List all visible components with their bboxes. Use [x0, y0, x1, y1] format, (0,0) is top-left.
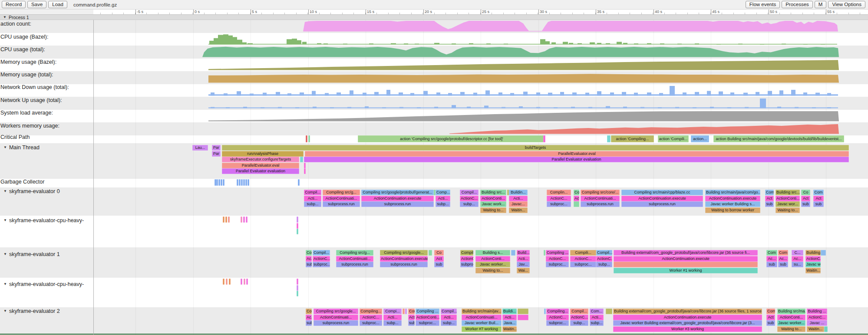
- skyframe-evaluator-2-bar[interactable]: Javac worker Buil...: [462, 320, 502, 326]
- skyframe-cpu-heavy-2-bar[interactable]: [229, 279, 231, 285]
- skyframe-evaluator-2-bar[interactable]: Compi...: [383, 309, 402, 314]
- collapse-arrow-icon[interactable]: ▼: [3, 282, 7, 286]
- skyframe-evaluator-2-bar[interactable]: [544, 309, 546, 314]
- skyframe-evaluator-2-bar[interactable]: Compil...: [570, 309, 588, 314]
- row-label-skyframe-evaluator-cpu-heavy-2[interactable]: ▼skyframe-evaluator-cpu-heavy-: [3, 281, 84, 287]
- main-thread-bar[interactable]: [304, 163, 306, 168]
- skyframe-evaluator-1-bar[interactable]: Javac worker...: [475, 262, 510, 267]
- main-thread-bar[interactable]: ParallelEvaluator.eval: [222, 163, 299, 168]
- garbage-collector-bar[interactable]: [245, 179, 247, 186]
- row-label-garbage-collector[interactable]: Garbage Collector: [0, 178, 44, 185]
- skyframe-evaluator-0-bar[interactable]: Building src...: [480, 190, 506, 195]
- skyframe-evaluator-2-bar[interactable]: Building ...: [807, 309, 827, 314]
- skyframe-evaluator-2-bar[interactable]: subp...: [590, 320, 604, 326]
- skyframe-evaluator-0-bar[interactable]: Compiling src/g...: [323, 190, 360, 195]
- skyframe-evaluator-1-bar[interactable]: su...: [792, 262, 803, 267]
- flow-events-button[interactable]: Flow events: [746, 1, 780, 8]
- skyframe-evaluator-0-bar[interactable]: Compiling src/core/...: [581, 190, 620, 195]
- main-thread-bar[interactable]: [304, 168, 306, 174]
- skyframe-cpu-heavy-1-bar[interactable]: [228, 217, 230, 223]
- skyframe-evaluator-1-bar[interactable]: subproc...: [313, 262, 330, 267]
- garbage-collector-bar[interactable]: [216, 179, 218, 186]
- critical-path-bar[interactable]: action 'Compiling...: [611, 135, 654, 142]
- skyframe-evaluator-2-bar[interactable]: Act: [408, 315, 415, 320]
- garbage-collector-bar[interactable]: [239, 179, 241, 186]
- skyframe-evaluator-0-bar[interactable]: Building src...: [776, 190, 800, 195]
- garbage-collector-bar[interactable]: [243, 179, 245, 186]
- skyframe-evaluator-2-bar[interactable]: sub: [766, 320, 775, 326]
- skyframe-evaluator-1-bar[interactable]: ActionC...: [570, 256, 596, 262]
- critical-path-bar[interactable]: action Building src/main/java/com/google…: [713, 135, 844, 142]
- skyframe-evaluator-2-bar[interactable]: Acti...: [502, 315, 517, 320]
- skyframe-evaluator-0-bar[interactable]: subproc...: [547, 201, 571, 207]
- main-thread-bar[interactable]: Par: [212, 151, 221, 157]
- garbage-collector-bar[interactable]: [223, 179, 224, 186]
- skyframe-evaluator-0-bar[interactable]: subprocess.run: [581, 201, 620, 207]
- row-label-memory-usage-total[interactable]: Memory usage (total):: [0, 71, 53, 78]
- skyframe-evaluator-1-bar[interactable]: Compili...: [570, 250, 596, 256]
- skyframe-evaluator-1-bar[interactable]: Waiting to...: [475, 268, 510, 273]
- skyframe-evaluator-1-bar[interactable]: [614, 262, 758, 267]
- skyframe-evaluator-1-bar[interactable]: ActionC...: [596, 256, 612, 262]
- main-thread-bar[interactable]: runAnalysisPhase: [222, 151, 304, 157]
- row-label-skyframe-evaluator-0[interactable]: ▼skyframe-evaluator 0: [3, 188, 60, 194]
- skyframe-evaluator-0-bar[interactable]: subp...: [460, 201, 479, 207]
- record-button[interactable]: Record: [2, 1, 26, 8]
- skyframe-evaluator-2-bar[interactable]: subproc...: [546, 320, 569, 326]
- skyframe-evaluator-2-bar[interactable]: Act: [766, 315, 775, 320]
- save-button[interactable]: Save: [27, 1, 46, 8]
- garbage-collector-bar[interactable]: [218, 179, 220, 186]
- skyframe-evaluator-1-bar[interactable]: Com: [306, 250, 312, 256]
- skyframe-evaluator-0-bar[interactable]: Buildin...: [509, 190, 528, 195]
- skyframe-evaluator-0-bar[interactable]: Compiling src/main/cpp/blaze.cc: [621, 190, 703, 195]
- skyframe-evaluator-1-bar[interactable]: subproc...: [546, 262, 569, 267]
- skyframe-evaluator-1-bar[interactable]: sub: [778, 262, 788, 267]
- skyframe-evaluator-2-bar[interactable]: ActionContinuati...: [462, 315, 502, 320]
- skyframe-evaluator-1-bar[interactable]: Building s...: [475, 250, 510, 256]
- main-thread-bar[interactable]: Lau...: [192, 145, 208, 151]
- skyframe-evaluator-1-bar[interactable]: ActionContinuati...: [336, 256, 373, 262]
- skyframe-evaluator-2-bar[interactable]: ActionC...: [546, 315, 569, 320]
- skyframe-evaluator-2-bar[interactable]: [518, 315, 528, 320]
- skyframe-evaluator-2-bar[interactable]: Com...: [590, 309, 604, 314]
- skyframe-evaluator-1-bar[interactable]: Compil...: [313, 250, 330, 256]
- time-ruler[interactable]: -5 s0 s5 s10 s15 s20 s25 s30 s35 s40 s45…: [93, 10, 868, 14]
- critical-path-bar[interactable]: action 'Compiling src/google/protobuf/de…: [358, 135, 545, 142]
- main-thread-bar[interactable]: Parallel Evaluator evaluation: [222, 168, 299, 174]
- skyframe-evaluator-2-bar[interactable]: Compil...: [441, 309, 457, 314]
- skyframe-evaluator-1-bar[interactable]: Acti...: [517, 256, 530, 262]
- skyframe-evaluator-0-bar[interactable]: subp...: [436, 201, 450, 207]
- view-options-button[interactable]: View Options: [828, 1, 865, 8]
- skyframe-evaluator-1-bar[interactable]: ActionContinuation.execute: [380, 256, 428, 262]
- skyframe-evaluator-0-bar[interactable]: Compiling src/google/protobuf/generat...: [361, 190, 434, 195]
- skyframe-evaluator-2-bar[interactable]: Worker #7 working: [462, 326, 502, 332]
- skyframe-cpu-heavy-1-bar[interactable]: [225, 217, 227, 223]
- skyframe-evaluator-2-bar[interactable]: ActionContinuati...: [314, 315, 358, 320]
- skyframe-evaluator-2-bar[interactable]: Javac worker Building external/com_googl…: [613, 320, 762, 326]
- skyframe-evaluator-1-bar[interactable]: Com: [778, 250, 788, 256]
- skyframe-evaluator-1-bar[interactable]: ActionC...: [805, 256, 821, 262]
- skyframe-cpu-heavy-2-bar[interactable]: [297, 285, 298, 291]
- processes-button[interactable]: Processes: [782, 1, 813, 8]
- load-button[interactable]: Load: [48, 1, 67, 8]
- row-label-workers-memory[interactable]: Workers memory usage:: [0, 122, 59, 129]
- skyframe-evaluator-0-bar[interactable]: ActionContinuation.execute: [361, 196, 434, 201]
- critical-path-bar[interactable]: [306, 135, 307, 142]
- skyframe-evaluator-2-bar[interactable]: Java...: [502, 320, 517, 326]
- collapse-arrow-icon[interactable]: ▼: [3, 218, 7, 222]
- garbage-collector-bar[interactable]: [237, 179, 238, 186]
- skyframe-evaluator-2-bar[interactable]: [824, 326, 828, 332]
- skyframe-evaluator-2-bar[interactable]: subp...: [570, 320, 588, 326]
- skyframe-cpu-heavy-2-bar[interactable]: [241, 279, 242, 285]
- skyframe-cpu-heavy-2-bar[interactable]: [226, 279, 228, 285]
- skyframe-evaluator-1-bar[interactable]: [821, 250, 826, 256]
- skyframe-evaluator-2-bar[interactable]: subproc...: [416, 320, 439, 326]
- skyframe-evaluator-1-bar[interactable]: Ac...: [778, 256, 788, 262]
- row-label-system-load[interactable]: System load average:: [0, 109, 53, 116]
- skyframe-evaluator-0-bar[interactable]: Act: [813, 196, 824, 201]
- skyframe-evaluator-2-bar[interactable]: Building src/main/jav...: [462, 309, 502, 314]
- skyframe-evaluator-1-bar[interactable]: Ac...: [306, 256, 312, 262]
- skyframe-evaluator-0-bar[interactable]: Com: [765, 190, 774, 195]
- skyframe-evaluator-1-bar[interactable]: Com: [766, 250, 777, 256]
- skyframe-evaluator-0-bar[interactable]: ActionContinuation.execute: [705, 196, 760, 201]
